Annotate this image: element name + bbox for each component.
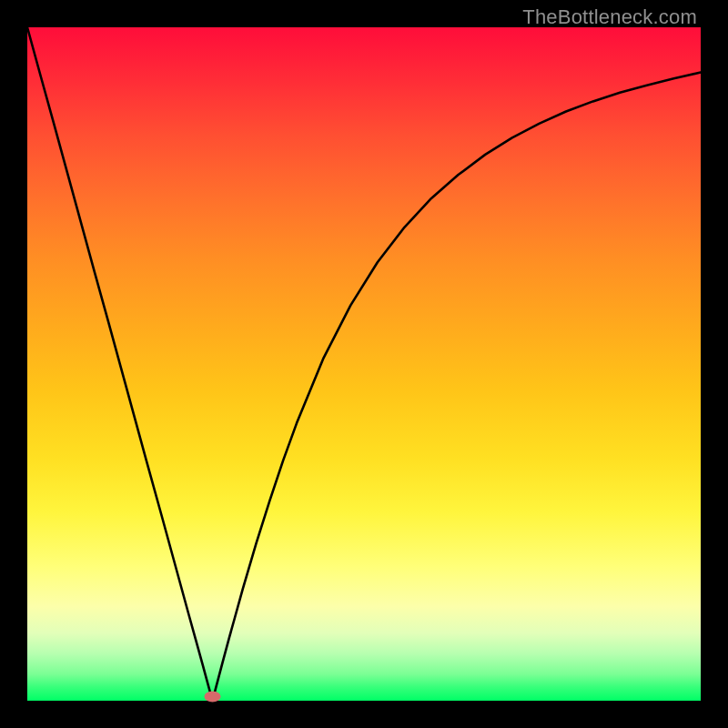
bottleneck-curve xyxy=(27,27,701,701)
plot-area xyxy=(27,27,701,701)
chart-frame: TheBottleneck.com xyxy=(0,0,728,728)
minimum-marker xyxy=(205,692,221,703)
curve-svg xyxy=(27,27,701,701)
watermark-text: TheBottleneck.com xyxy=(522,5,697,29)
